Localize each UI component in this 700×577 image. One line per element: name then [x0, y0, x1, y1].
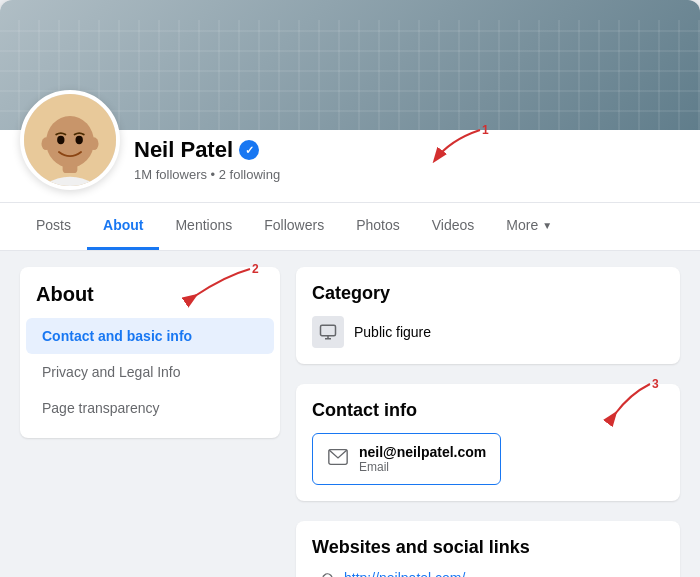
sidebar-item-contact[interactable]: Contact and basic info	[26, 318, 274, 354]
about-sidebar: About Contact and basic info Privacy and…	[20, 267, 280, 438]
email-details: neil@neilpatel.com Email	[359, 444, 486, 474]
avatar	[20, 90, 120, 190]
profile-meta: 1M followers • 2 following	[134, 167, 280, 182]
link-icon	[312, 572, 334, 577]
contact-info-title: Contact info	[312, 400, 664, 421]
svg-point-3	[46, 116, 94, 168]
profile-name: Neil Patel	[134, 137, 233, 163]
profile-info: Neil Patel ✓ 1M followers • 2 following	[134, 137, 280, 190]
tab-photos[interactable]: Photos	[340, 203, 416, 250]
svg-point-4	[41, 137, 50, 150]
svg-text:3: 3	[652, 377, 659, 391]
category-title: Category	[312, 283, 664, 304]
email-icon	[327, 446, 349, 468]
website-url[interactable]: http://neilpatel.com/	[344, 570, 465, 577]
tab-mentions[interactable]: Mentions	[159, 203, 248, 250]
websites-title: Websites and social links	[312, 537, 664, 558]
sidebar-title: About	[20, 279, 280, 318]
website-details: http://neilpatel.com/ Website	[344, 570, 465, 577]
websites-section: Websites and social links http://neilpat…	[296, 521, 680, 577]
svg-point-5	[89, 137, 98, 150]
sidebar-item-transparency[interactable]: Page transparency	[26, 390, 274, 426]
category-row: Public figure	[312, 316, 664, 348]
profile-name-row: Neil Patel ✓	[134, 137, 280, 163]
main-content: About Contact and basic info Privacy and…	[0, 251, 700, 577]
tab-about[interactable]: About	[87, 203, 159, 250]
contact-info-box: neil@neilpatel.com Email	[312, 433, 501, 485]
tab-more[interactable]: More ▼	[490, 203, 568, 250]
tab-posts[interactable]: Posts	[20, 203, 87, 250]
tab-followers[interactable]: Followers	[248, 203, 340, 250]
category-section: Category Public figure	[296, 267, 680, 364]
verified-badge: ✓	[239, 140, 259, 160]
email-address: neil@neilpatel.com	[359, 444, 486, 460]
public-figure-icon	[312, 316, 344, 348]
profile-section: Neil Patel ✓ 1M followers • 2 following …	[0, 130, 700, 203]
category-value: Public figure	[354, 324, 431, 340]
tab-videos[interactable]: Videos	[416, 203, 491, 250]
svg-rect-10	[321, 325, 336, 336]
email-label: Email	[359, 460, 486, 474]
website-row: http://neilpatel.com/ Website	[312, 570, 664, 577]
contact-info-section: Contact info neil@neilpatel.com Email	[296, 384, 680, 501]
chevron-down-icon: ▼	[542, 220, 552, 231]
page-wrapper: Neil Patel ✓ 1M followers • 2 following …	[0, 0, 700, 577]
svg-point-6	[57, 136, 64, 144]
right-content: Category Public figure Contact info	[280, 267, 680, 577]
svg-point-7	[76, 136, 83, 144]
sidebar-item-privacy[interactable]: Privacy and Legal Info	[26, 354, 274, 390]
nav-tabs: Posts About Mentions Followers Photos Vi…	[0, 203, 700, 251]
